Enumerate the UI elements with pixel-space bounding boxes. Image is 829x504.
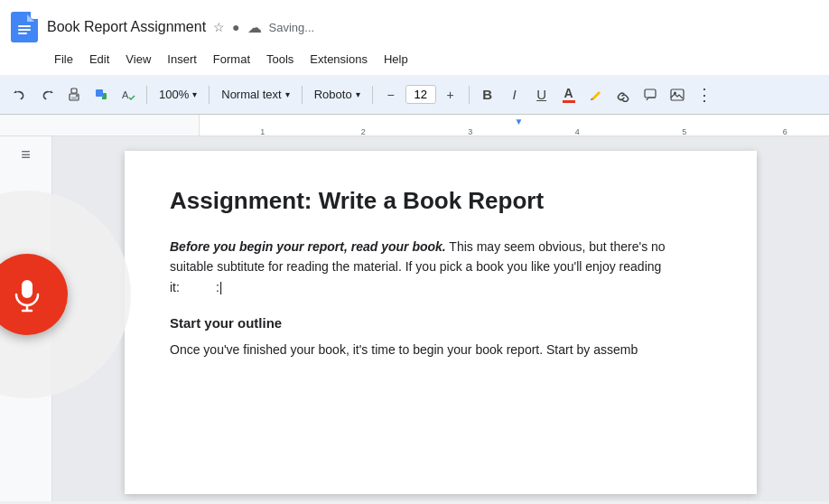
menu-format[interactable]: Format	[206, 49, 257, 70]
svg-rect-10	[645, 89, 656, 98]
svg-rect-13	[22, 280, 33, 298]
svg-point-7	[76, 95, 78, 97]
paint-format-button[interactable]	[88, 82, 114, 107]
font-size-input[interactable]	[405, 85, 436, 104]
title-bar: Book Report Assignment ☆ ● ☁ Saving...	[0, 0, 829, 47]
more-options-button[interactable]: ⋮	[692, 82, 717, 107]
undo-button[interactable]	[7, 82, 33, 107]
menu-tools[interactable]: Tools	[259, 49, 301, 70]
doc-page: Assignment: Write a Book Report Before y…	[125, 151, 757, 494]
drive-icon[interactable]: ●	[232, 20, 239, 34]
doc-subheading: Start your outline	[170, 315, 712, 331]
spell-check-button[interactable]: A	[116, 82, 141, 107]
text-style-value: Normal text	[221, 88, 281, 101]
text-style-dropdown[interactable]: Normal text ▾	[215, 82, 295, 107]
separator-5	[469, 86, 470, 104]
text-style-chevron: ▾	[285, 89, 290, 99]
doc-app-icon	[11, 12, 38, 42]
svg-rect-5	[71, 89, 77, 93]
link-button[interactable]	[610, 82, 636, 107]
ruler-mark-3: 3	[468, 127, 472, 136]
ruler-mark-1: 1	[260, 127, 265, 136]
font-size-decrease-button[interactable]: −	[378, 82, 404, 107]
svg-rect-2	[18, 29, 31, 31]
doc-heading: Assignment: Write a Book Report	[170, 187, 712, 215]
menu-view[interactable]: View	[118, 49, 158, 70]
saving-status: Saving...	[269, 21, 315, 34]
menu-extensions[interactable]: Extensions	[303, 49, 375, 70]
cloud-icon[interactable]: ☁	[247, 19, 262, 36]
outline-icon[interactable]: ≡	[21, 145, 31, 164]
ruler-container: ▼ 1 2 3 4 5 6	[0, 115, 829, 136]
zoom-dropdown[interactable]: 100% ▾	[153, 82, 203, 107]
font-chevron: ▾	[356, 89, 360, 99]
doc-para-1: Before you begin your report, read your …	[170, 237, 712, 297]
svg-rect-6	[71, 97, 77, 99]
svg-text:A: A	[122, 89, 129, 100]
separator-1	[146, 86, 147, 104]
zoom-chevron: ▾	[192, 89, 197, 99]
insert-image-button[interactable]	[665, 82, 690, 107]
print-button[interactable]	[61, 82, 87, 107]
font-color-a: A	[564, 87, 573, 99]
font-value: Roboto	[314, 88, 352, 101]
separator-3	[302, 86, 303, 104]
page-area[interactable]: Assignment: Write a Book Report Before y…	[52, 136, 829, 501]
sidebar: ≡	[0, 136, 52, 501]
highlight-button[interactable]	[583, 82, 609, 107]
doc-title: Book Report Assignment	[47, 19, 206, 35]
menu-help[interactable]: Help	[377, 49, 415, 70]
bold-button[interactable]: B	[475, 82, 500, 107]
ruler-mark-5: 5	[682, 127, 686, 136]
title-section: Book Report Assignment ☆ ● ☁ Saving...	[47, 19, 818, 36]
ruler-mark-2: 2	[361, 127, 366, 136]
redo-button[interactable]	[34, 82, 60, 107]
menu-bar: File Edit View Insert Format Tools Exten…	[0, 47, 829, 75]
menu-edit[interactable]: Edit	[82, 49, 116, 70]
svg-rect-11	[671, 89, 684, 100]
svg-rect-8	[96, 89, 103, 97]
ruler-mark-6: 6	[783, 127, 787, 136]
voice-input-button[interactable]	[0, 254, 68, 335]
font-color-button[interactable]: A	[556, 82, 582, 107]
font-dropdown[interactable]: Roboto ▾	[308, 82, 367, 107]
ruler-left	[0, 115, 199, 136]
star-icon[interactable]: ☆	[213, 20, 225, 34]
separator-4	[372, 86, 373, 104]
menu-file[interactable]: File	[47, 49, 80, 70]
doc-para-2: Once you've finished your book, it's tim…	[170, 340, 712, 359]
ruler: ▼ 1 2 3 4 5 6	[199, 115, 829, 136]
svg-rect-1	[18, 25, 31, 27]
ruler-tab-marker: ▼	[515, 117, 524, 126]
underline-button[interactable]: U	[529, 82, 554, 107]
toolbar: A 100% ▾ Normal text ▾ Roboto ▾ − + B I …	[0, 75, 829, 115]
insert-comment-button[interactable]	[638, 82, 663, 107]
font-color-bar	[563, 100, 575, 103]
menu-insert[interactable]: Insert	[160, 49, 204, 70]
main-area: ≡ Assignment: Write a Book Report Before…	[0, 136, 829, 501]
doc-para-1-bold: Before you begin your report, read your …	[170, 239, 446, 254]
font-size-increase-button[interactable]: +	[438, 82, 463, 107]
svg-rect-3	[18, 33, 27, 34]
italic-button[interactable]: I	[502, 82, 527, 107]
ruler-mark-4: 4	[575, 127, 580, 136]
mic-icon	[9, 276, 45, 313]
zoom-value: 100%	[159, 88, 189, 101]
separator-2	[209, 86, 210, 104]
